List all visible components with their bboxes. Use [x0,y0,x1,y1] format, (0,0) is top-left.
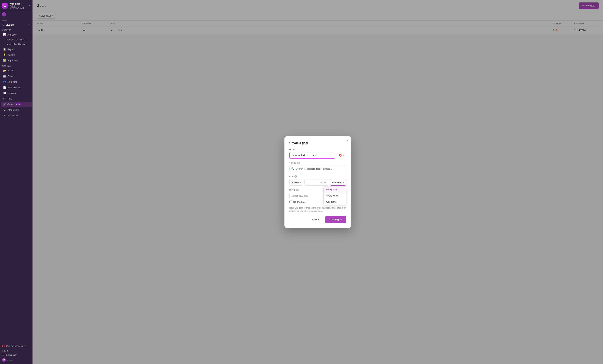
admin-section-label: ADMIN [0,348,33,353]
sidebar: W Workspace YOUR ORGANIZATION ▾ U TRACK … [0,0,33,364]
cancel-button[interactable]: Cancel [309,216,323,223]
modal-title: Create a goal [289,141,346,145]
track-search-icon: 🔍 [291,167,294,170]
invoices-icon: 🧾 [3,92,6,94]
sidebar-item-subscription[interactable]: ☰ Subscription [0,353,33,357]
insights-label: Insights [7,54,15,56]
analytics-sub-client[interactable]: Client and Project B... [3,38,32,42]
goal-input[interactable] [289,152,335,159]
modal-overlay: × Create a goal GOAL 🎯 ▾ TRACK [33,0,603,364]
clients-icon: 🏢 [3,75,6,78]
tags-label: Tags [7,97,12,100]
date-select-button[interactable]: Select new date ▾ [289,193,328,199]
projects-icon: 📁 [3,69,6,72]
goal-emoji: 🎯 [339,153,342,157]
sidebar-item-members[interactable]: 👥 Members [1,79,32,84]
reports-label: Reports [7,48,15,51]
sidebar-item-reports[interactable]: 📋 Reports [1,47,32,52]
no-end-checkbox[interactable] [289,200,292,203]
period-dropdown-menu: every day every week weekdays [324,186,346,205]
period-label: every day [332,181,342,184]
create-goal-modal: × Create a goal GOAL 🎯 ▾ TRACK [284,136,351,228]
track-input-wrapper: 🔍 [289,165,346,172]
sidebar-item-integrations[interactable]: ⚙ Integrations [1,107,32,113]
period-dropdown-wrapper: every day ▴ every day every week weekday… [330,179,346,186]
billable-icon: 📄 [3,86,6,89]
condition-dropdown[interactable]: at least ▾ [289,179,303,186]
workspace-avatar: W [2,3,8,9]
emoji-chevron-icon: ▾ [343,154,344,156]
track-label: TRACK i [289,162,346,164]
hours-display[interactable]: hours [304,179,328,186]
sidebar-bottom: ⭕ Resume onboarding ADMIN ☰ Subscription… [0,342,33,364]
for-info-icon: i [294,175,297,178]
workspace-name: Workspace [10,2,28,5]
sidebar-show-more[interactable]: ▾ Show more [1,113,32,118]
invoices-label: Invoices [7,92,16,94]
track-search-input[interactable] [289,165,346,172]
user-avatar: U [2,12,6,16]
workspace-sub: YOUR ORGANIZATION [10,5,28,9]
sidebar-item-billable[interactable]: 📄 Billable rates [1,85,32,90]
onboarding-icon: ⭕ [2,345,5,347]
period-option-everyweek[interactable]: every week [324,193,346,199]
sidebar-item-analytics[interactable]: 📊 Analytics ▴ [1,32,32,37]
workspace-header[interactable]: W Workspace YOUR ORGANIZATION ▾ [0,0,33,11]
reports-icon: 📋 [3,48,6,51]
track-info-icon: i [297,162,300,164]
workspace-chevron-icon: ▾ [29,5,30,7]
for-label: FOR i [289,175,346,178]
condition-label: at least [292,181,299,184]
sidebar-item-clients[interactable]: 🏢 Clients [1,73,32,79]
edit-icon[interactable]: ✏ [29,24,30,26]
modal-footer: Cancel Create goal [289,216,346,223]
integrations-icon: ⚙ [3,108,6,111]
goal-input-row: 🎯 ▾ [289,152,346,159]
sidebar-item-tags[interactable]: 🏷 Tags [1,96,32,101]
until-info-icon: i [296,189,299,191]
period-option-everyday[interactable]: every day [324,187,346,193]
clients-label: Clients [7,75,14,78]
goal-label: GOAL [289,148,346,151]
sidebar-item-approvals[interactable]: ✅ Approvals [1,58,32,63]
for-form-group: FOR i at least ▾ hours every day ▴ [289,175,346,186]
manage-section-label: MANAGE [0,63,33,68]
approvals-icon: ✅ [3,59,6,62]
main-content: Goals + New goal Active goals ▾ NAME MEM… [33,0,603,364]
timer-row: ⏱ 0:02:38 ✏ [0,22,33,27]
sidebar-item-insights[interactable]: 💡 Insights [1,52,32,58]
track-section-label: TRACK [0,18,33,22]
date-placeholder: Select new date [292,195,308,197]
sidebar-item-projects[interactable]: 📁 Projects [1,68,32,73]
analytics-submenu: Client and Project B... Organization Ove… [0,37,33,47]
emoji-button[interactable]: 🎯 ▾ [337,152,346,158]
sidebar-item-invoices[interactable]: 🧾 Invoices [1,90,32,96]
period-option-weekdays[interactable]: weekdays [324,199,346,205]
approvals-label: Approvals [7,59,18,62]
projects-label: Projects [7,69,16,72]
analytics-sub-org[interactable]: Organization Overvie... [3,42,32,46]
timer-icon: ⏱ [2,23,4,26]
subscription-icon: ☰ [2,354,4,356]
beta-badge: BETA [15,103,22,105]
workspace-info: Workspace YOUR ORGANIZATION [10,2,28,9]
sidebar-item-goals[interactable]: 🚀 Goals BETA [1,102,32,107]
track-form-group: TRACK i 🔍 [289,162,346,172]
goals-label: Goals [7,103,13,106]
period-dropdown[interactable]: every day ▴ [330,179,346,186]
members-label: Members [7,81,17,83]
tags-icon: 🏷 [3,97,6,100]
show-more-chevron-icon: ▾ [3,114,6,117]
modal-close-button[interactable]: × [347,139,348,142]
profile-avatar[interactable]: U [2,358,6,362]
analyze-section-label: ANALYZE [0,27,33,32]
user-avatar-row: U [0,11,33,18]
create-goal-button[interactable]: Create goal [325,216,346,223]
members-icon: 👥 [3,80,6,83]
modal-note: Note: you cannot change the projects, ta… [289,206,346,213]
no-end-label: No end date [293,200,306,203]
resume-onboarding-btn[interactable]: ⭕ Resume onboarding [0,344,33,348]
analytics-chevron-icon: ▴ [29,34,30,36]
for-row: at least ▾ hours every day ▴ every day e… [289,179,346,186]
timer-value: 0:02:38 [6,23,14,26]
